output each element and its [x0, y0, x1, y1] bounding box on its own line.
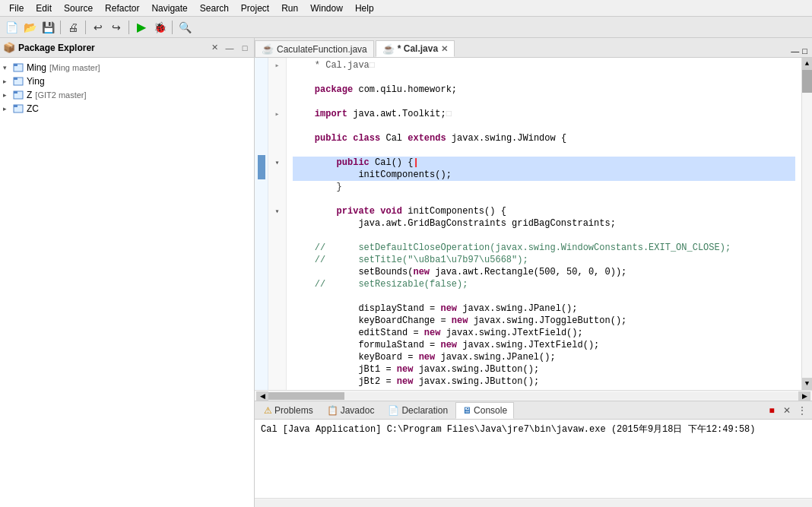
gutter-9[interactable]: ▾	[268, 157, 286, 169]
bottom-scroll-track[interactable]	[255, 499, 812, 507]
scroll-left-icon[interactable]: ◀	[256, 391, 268, 401]
gutter-5[interactable]: ▸	[268, 108, 286, 120]
sidebar-tree: ▾ Ming [Ming master] ▸ Ying ▸	[0, 58, 254, 507]
menu-navigate[interactable]: Navigate	[145, 2, 193, 15]
separator-1	[60, 21, 61, 34]
menu-project[interactable]: Project	[235, 2, 275, 15]
save-button[interactable]: 💾	[40, 19, 56, 36]
sidebar-close-icon[interactable]: ✕	[208, 42, 220, 54]
separator-2	[85, 21, 86, 34]
scroll-track[interactable]	[802, 70, 812, 378]
sidebar-minimize-icon[interactable]: —	[224, 42, 236, 54]
tab-cal[interactable]: ☕ * Cal.java ✕	[376, 40, 455, 57]
tab-javadoc[interactable]: 📋 Javadoc	[321, 402, 381, 419]
code-line-jpanel: displayStand = new javax.swing.JPanel();	[293, 303, 795, 315]
console-output: Cal [Java Application] C:\Program Files\…	[261, 423, 806, 436]
code-line-blank7	[293, 290, 795, 303]
menu-source[interactable]: Source	[58, 2, 99, 15]
svg-rect-1	[14, 64, 17, 66]
marker-6	[255, 119, 268, 131]
scroll-down-icon[interactable]: ▼	[802, 378, 812, 390]
svg-rect-5	[14, 91, 17, 93]
tree-arrow-ying[interactable]: ▸	[3, 78, 12, 85]
code-gutter: ▸ ▸ ▾ ▾	[268, 58, 287, 390]
tree-arrow-ming[interactable]: ▾	[3, 64, 12, 71]
main-layout: 📦 Package Explorer ✕ — □ ▾ Ming [Ming ma…	[0, 38, 812, 507]
marker-10	[255, 167, 268, 179]
new-button[interactable]: 📄	[3, 19, 20, 36]
print-button[interactable]: 🖨	[65, 19, 81, 36]
tree-item-z[interactable]: ▸ Z [GIT2 master]	[0, 88, 254, 102]
menu-bar: File Edit Source Refactor Navigate Searc…	[0, 0, 812, 17]
code-line-blank3	[293, 120, 795, 132]
code-editor-main[interactable]: ▸ ▸ ▾ ▾	[255, 58, 812, 390]
tab-console[interactable]: 🖥 Console	[455, 402, 514, 419]
menu-file[interactable]: File	[3, 2, 30, 15]
h-scroll-thumb[interactable]	[268, 392, 344, 400]
tree-label-ming: Ming	[27, 62, 46, 73]
menu-refactor[interactable]: Refactor	[99, 2, 145, 15]
marker-7	[255, 131, 268, 143]
maximize-editor-icon[interactable]: □	[801, 45, 809, 57]
tree-label-z: Z	[27, 90, 32, 100]
tab-label-declaration: Declaration	[401, 405, 448, 416]
debug-button[interactable]: 🐞	[151, 19, 168, 36]
tab-label-caculate: CaculateFunction.java	[277, 44, 367, 55]
tab-close-cal[interactable]: ✕	[441, 44, 448, 54]
gutter-1[interactable]: ▸	[268, 59, 286, 71]
code-line-jtextfield1: editStand = new javax.swing.JTextField()…	[293, 327, 795, 339]
gutter-11	[268, 181, 286, 193]
console-menu-button[interactable]: ⋮	[795, 404, 809, 417]
code-line-jtoggle: keyBoardChange = new javax.swing.JToggle…	[293, 315, 795, 327]
open-button[interactable]: 📂	[21, 19, 38, 36]
code-line-comment2: // setTitle("\u8ba1\u7b97\u5668");	[293, 254, 795, 266]
tree-item-zc[interactable]: ▸ ZC	[0, 102, 254, 116]
search-button[interactable]: 🔍	[176, 19, 193, 36]
package-icon: 📦	[3, 42, 15, 53]
minimize-editor-icon[interactable]: —	[789, 45, 801, 57]
editor-area: ☕ CaculateFunction.java ☕ * Cal.java ✕ —…	[255, 38, 812, 507]
tree-arrow-zc[interactable]: ▸	[3, 105, 12, 112]
tab-label-console: Console	[474, 405, 507, 416]
scroll-up-icon[interactable]: ▲	[802, 58, 812, 70]
menu-help[interactable]: Help	[349, 2, 380, 15]
tab-icon-cal: ☕	[382, 43, 395, 55]
blue-marker-start	[258, 155, 265, 167]
menu-edit[interactable]: Edit	[30, 2, 58, 15]
gutter-19	[268, 278, 286, 290]
code-line-close-constructor: }	[293, 181, 795, 193]
scroll-right-icon[interactable]: ▶	[798, 391, 810, 401]
stop-button[interactable]: ■	[765, 404, 779, 417]
close-console-button[interactable]: ✕	[780, 404, 794, 417]
code-line-comment1: // setDefaultCloseOperation(javax.swing.…	[293, 242, 795, 254]
tree-item-ming[interactable]: ▾ Ming [Ming master]	[0, 61, 254, 74]
code-line-import: import java.awt.Toolkit;□	[293, 108, 795, 120]
run-button[interactable]: ▶	[133, 19, 150, 36]
fold-markers	[255, 58, 268, 390]
menu-run[interactable]: Run	[275, 2, 304, 15]
code-line-setbounds: setBounds(new java.awt.Rectangle(500, 50…	[293, 266, 795, 278]
tab-icon-caculate: ☕	[262, 43, 274, 55]
menu-search[interactable]: Search	[194, 2, 235, 15]
tab-problems[interactable]: ⚠ Problems	[258, 402, 319, 419]
gutter-8	[268, 144, 286, 157]
gutter-13[interactable]: ▾	[268, 205, 286, 217]
sidebar-maximize-icon[interactable]: □	[239, 42, 251, 54]
tab-caculate[interactable]: ☕ CaculateFunction.java	[255, 40, 374, 57]
blue-marker-mid	[258, 167, 265, 179]
horizontal-scrollbar[interactable]: ◀ ▶	[255, 390, 812, 401]
bottom-scrollbar[interactable]	[255, 498, 812, 507]
undo-button[interactable]: ↩	[90, 19, 106, 36]
tab-declaration[interactable]: 📄 Declaration	[382, 402, 454, 419]
tree-item-ying[interactable]: ▸ Ying	[0, 74, 254, 88]
h-scroll-track[interactable]	[268, 392, 798, 400]
redo-button[interactable]: ↪	[108, 19, 125, 36]
code-line-breadcrumb: * Cal.java□	[293, 59, 795, 71]
menu-window[interactable]: Window	[304, 2, 349, 15]
vertical-scrollbar[interactable]: ▲ ▼	[801, 58, 812, 390]
tree-arrow-z[interactable]: ▸	[3, 91, 12, 99]
scroll-thumb[interactable]	[802, 70, 812, 93]
separator-4	[172, 21, 173, 34]
tab-label-problems: Problems	[274, 405, 313, 416]
code-content[interactable]: * Cal.java□ package com.qilu.homework; i…	[287, 58, 801, 390]
